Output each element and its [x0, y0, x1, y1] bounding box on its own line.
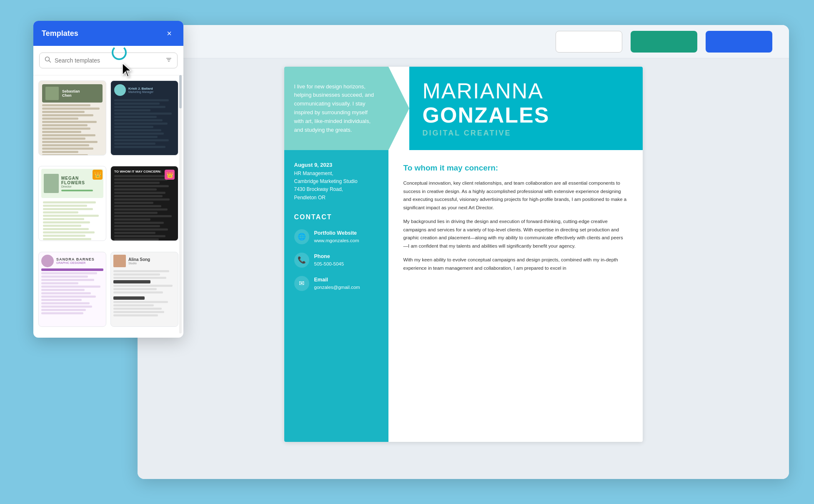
card-2-header: Kristi J. Ballard Marketing Manager: [114, 84, 175, 96]
letter-recipient: HR Management, Cambridge Marketing Studi…: [294, 170, 378, 202]
template-card-6[interactable]: Alina Song Studio: [110, 252, 178, 327]
card-5-name-area: SANDRA BARNES GRAPHIC DESIGNER: [56, 257, 95, 264]
toolbar-button-3[interactable]: [706, 31, 772, 53]
card-3-photo: [44, 174, 59, 193]
toolbar-button-1[interactable]: [556, 31, 622, 53]
card-2-name: Kristi J. Ballard: [128, 87, 153, 90]
email-info: Email gonzales@gmail.com: [314, 276, 360, 291]
search-bar-container: [33, 46, 183, 75]
letter-date: August 9, 2023: [294, 162, 378, 168]
contact-item-website: 🌐 Portfolio Website www.mgonzales.com: [294, 229, 378, 244]
resume-last-name: GONZALES: [423, 103, 629, 127]
letter-paragraph-2: My background lies in driving the design…: [403, 218, 628, 250]
panel-header: Templates ×: [33, 21, 183, 46]
card-2-photo: [114, 84, 126, 96]
resume-first-name: MARIANNA: [423, 79, 629, 103]
search-input-wrap: [39, 53, 178, 68]
search-input[interactable]: [55, 57, 162, 64]
email-label: Email: [314, 276, 360, 284]
resume-main-content: To whom it may concern: Conceptual innov…: [388, 150, 643, 442]
scrollbar-thumb[interactable]: [179, 75, 182, 108]
document-page: I live for new design horizons, helping …: [284, 67, 643, 442]
phone-value: 505-500-5045: [314, 261, 344, 266]
phone-info: Phone 505-500-5045: [314, 253, 344, 268]
card-2-lines: [114, 99, 175, 152]
close-panel-button[interactable]: ×: [163, 28, 175, 39]
templates-grid: SebastianChen: [33, 75, 183, 338]
contact-item-phone: 📞 Phone 505-500-5045: [294, 253, 378, 268]
card-3-lines: [41, 200, 103, 241]
card-5-lines: [41, 272, 103, 324]
salutation: To whom it may concern:: [403, 163, 628, 173]
card-1-name-area: SebastianChen: [62, 89, 80, 98]
email-icon: ✉: [294, 276, 309, 291]
card-1-name: SebastianChen: [62, 89, 80, 98]
letter-paragraph-1: Conceptual innovation, key client relati…: [403, 179, 628, 212]
header-arrow-shape: [388, 67, 409, 150]
card-6-name-area: Alina Song Studio: [128, 257, 150, 265]
card-4-lines: [114, 175, 175, 241]
toolbar-button-2[interactable]: [631, 31, 697, 53]
contact-section-title: CONTACT: [294, 213, 378, 221]
resume-name-area: MARIANNA GONZALES DIGITAL CREATIVE: [409, 67, 643, 150]
resume-sidebar: August 9, 2023 HR Management, Cambridge …: [284, 150, 388, 442]
email-value: gonzales@gmail.com: [314, 285, 360, 290]
card-1-content-lines: [42, 104, 103, 155]
template-card-1[interactable]: SebastianChen: [38, 80, 106, 155]
resume-tagline-box: I live for new design horizons, helping …: [284, 67, 388, 150]
phone-label: Phone: [314, 253, 344, 261]
card-6-header: Alina Song Studio: [113, 255, 175, 267]
premium-badge-gold: 👑: [93, 170, 103, 180]
premium-badge-pink: 👑: [165, 170, 175, 180]
card-5-photo: [41, 255, 54, 267]
website-value: www.mgonzales.com: [314, 238, 359, 243]
template-card-5[interactable]: SANDRA BARNES GRAPHIC DESIGNER: [38, 252, 106, 327]
svg-line-1: [49, 61, 51, 63]
phone-icon: 📞: [294, 253, 309, 268]
card-1-avatar: [45, 87, 59, 100]
card-6-photo: [113, 255, 126, 267]
website-icon: 🌐: [294, 229, 309, 244]
card-5-name: SANDRA BARNES: [56, 257, 95, 261]
card-6-lines: [113, 270, 175, 324]
card-2-name-area: Kristi J. Ballard Marketing Manager: [128, 87, 153, 93]
panel-title: Templates: [42, 29, 78, 38]
filter-icon[interactable]: [165, 56, 172, 65]
toolbar: [138, 25, 789, 58]
svg-rect-2: [166, 58, 171, 59]
template-card-2[interactable]: Kristi J. Ballard Marketing Manager: [110, 80, 178, 155]
card-5-purple-bar: [41, 268, 103, 271]
svg-rect-4: [168, 61, 170, 62]
resume-tagline: I live for new design horizons, helping …: [294, 83, 378, 135]
letter-paragraph-3: With my keen ability to evolve conceptua…: [403, 256, 628, 272]
scrollbar-track: [179, 75, 182, 333]
editor-window: I live for new design horizons, helping …: [138, 25, 789, 479]
contact-item-email: ✉ Email gonzales@gmail.com: [294, 276, 378, 291]
search-icon: [45, 56, 51, 65]
card-5-header: SANDRA BARNES GRAPHIC DESIGNER: [41, 255, 103, 267]
document-area: I live for new design horizons, helping …: [138, 58, 789, 479]
resume-title: DIGITAL CREATIVE: [423, 129, 629, 138]
templates-panel: Templates ×: [33, 21, 183, 338]
resume-body: August 9, 2023 HR Management, Cambridge …: [284, 150, 643, 442]
card-1-header: SebastianChen: [42, 84, 103, 103]
website-info: Portfolio Website www.mgonzales.com: [314, 229, 359, 244]
template-card-4[interactable]: TO WHOM IT MAY CONCERN:: [110, 166, 178, 241]
svg-rect-3: [167, 60, 170, 60]
website-label: Portfolio Website: [314, 229, 359, 237]
template-card-3[interactable]: Megan Flowers Director 👑: [38, 166, 106, 241]
resume-header: I live for new design horizons, helping …: [284, 67, 643, 150]
